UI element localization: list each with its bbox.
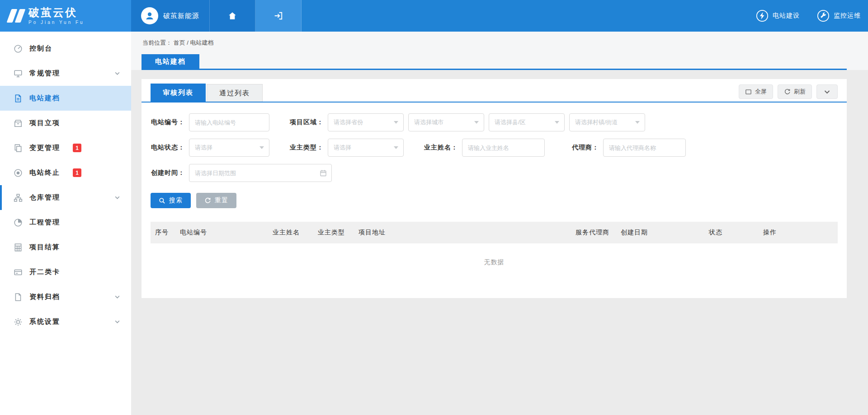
sidebar-item-second-class-card[interactable]: 开二类卡 <box>0 260 131 284</box>
sidebar: 控制台 常规管理 电站建档 项目立项 <box>0 32 131 415</box>
pie-chart-icon <box>14 218 23 227</box>
nav-monitor-ops-label: 监控运维 <box>834 12 861 20</box>
brand-subtitle: Po Jian Yun Fu <box>28 20 85 25</box>
col-header-station-no: 电站编号 <box>175 222 268 243</box>
sidebar-item-project-settlement[interactable]: 项目结算 <box>0 235 131 260</box>
copy-icon <box>14 144 23 153</box>
sidebar-item-project-initiation[interactable]: 项目立项 <box>0 111 131 135</box>
logo-icon <box>9 9 23 23</box>
owner-name-input[interactable] <box>462 139 545 157</box>
owner-type-select[interactable]: 请选择 <box>328 139 404 157</box>
sidebar-item-data-archive[interactable]: 资料归档 <box>0 284 131 309</box>
caret-down-icon <box>394 146 398 149</box>
breadcrumb-prefix: 当前位置： <box>142 39 172 46</box>
chevron-down-icon <box>114 195 120 201</box>
county-select[interactable]: 请选择县/区 <box>489 113 565 131</box>
col-header-actions: 操作 <box>759 222 838 243</box>
notification-badge: 1 <box>73 144 81 152</box>
page-tab-station-archive[interactable]: 电站建档 <box>142 54 199 69</box>
box-icon <box>14 119 23 128</box>
province-select[interactable]: 请选择省份 <box>328 113 404 131</box>
sidebar-item-station-archive[interactable]: 电站建档 <box>0 86 131 111</box>
fullscreen-button[interactable]: 全屏 <box>739 84 773 99</box>
sidebar-item-label: 工程管理 <box>29 218 60 227</box>
notification-badge: 1 <box>73 168 81 177</box>
station-no-input[interactable] <box>189 113 269 131</box>
sidebar-item-label: 电站终止 <box>29 168 60 177</box>
nav-station-build-label: 电站建设 <box>773 12 800 20</box>
app-header: 破茧云伏 Po Jian Yun Fu 破茧新能源 <box>0 0 868 32</box>
station-status-select[interactable]: 请选择 <box>189 139 269 157</box>
lightning-circle-icon <box>756 9 769 22</box>
breadcrumb: 当前位置： 首页 / 电站建档 <box>142 39 847 47</box>
sign-in-icon <box>274 11 283 20</box>
tab-passed-list[interactable]: 通过列表 <box>207 84 263 102</box>
nav-monitor-ops[interactable]: 监控运维 <box>817 9 861 22</box>
town-select[interactable]: 请选择村镇/街道 <box>569 113 645 131</box>
caret-down-icon <box>259 146 264 149</box>
sidebar-item-label: 项目立项 <box>29 119 60 127</box>
caret-down-icon <box>635 121 640 124</box>
breadcrumb-separator: / <box>187 39 189 46</box>
date-range-input[interactable] <box>189 164 332 182</box>
owner-type-placeholder: 请选择 <box>334 144 351 152</box>
file-icon <box>14 293 23 302</box>
chevron-down-icon <box>114 70 120 76</box>
agent-input[interactable] <box>603 139 686 157</box>
sign-in-button[interactable] <box>255 0 302 32</box>
wrench-circle-icon <box>817 9 830 22</box>
status-placeholder: 请选择 <box>195 144 212 152</box>
target-icon <box>14 168 23 177</box>
chevron-down-icon <box>114 319 120 325</box>
dashboard-icon <box>14 44 23 53</box>
sidebar-item-console[interactable]: 控制台 <box>0 36 131 61</box>
spacer <box>114 145 120 151</box>
owner-name-label: 业主姓名： <box>424 144 458 152</box>
chevron-down-icon <box>114 294 120 300</box>
breadcrumb-home-link[interactable]: 首页 <box>174 39 185 46</box>
reset-button[interactable]: 重置 <box>196 193 236 208</box>
search-icon <box>159 197 165 204</box>
form-button-row: 搜索 重置 <box>142 189 847 220</box>
sidebar-item-label: 电站建档 <box>29 94 60 103</box>
top-strip: 当前位置： 首页 / 电站建档 电站建档 <box>131 32 868 70</box>
refresh-button[interactable]: 刷新 <box>778 84 812 99</box>
sidebar-item-system-settings[interactable]: 系统设置 <box>0 309 131 334</box>
station-status-label: 电站状态： <box>151 144 185 152</box>
empty-state-text: 无数据 <box>151 243 838 286</box>
collapse-panel-button[interactable] <box>816 84 838 99</box>
sidebar-item-label: 开二类卡 <box>29 268 60 276</box>
refresh-icon <box>784 89 791 95</box>
county-placeholder: 请选择县/区 <box>495 118 526 126</box>
sidebar-item-warehouse-management[interactable]: 仓库管理 <box>0 185 131 210</box>
reset-icon <box>204 197 211 204</box>
created-time-label: 创建时间： <box>151 169 185 177</box>
sidebar-item-label: 仓库管理 <box>29 193 60 202</box>
breadcrumb-current-link[interactable]: 电站建档 <box>190 39 214 46</box>
town-placeholder: 请选择村镇/街道 <box>575 118 618 126</box>
sidebar-item-general-management[interactable]: 常规管理 <box>0 61 131 86</box>
tab-review-list[interactable]: 审核列表 <box>151 84 206 102</box>
monitor-icon <box>14 69 23 78</box>
province-placeholder: 请选择省份 <box>334 118 363 126</box>
col-header-owner-type: 业主类型 <box>313 222 354 243</box>
caret-down-icon <box>394 121 398 124</box>
card-icon <box>14 268 23 277</box>
station-no-label: 电站编号： <box>151 118 185 126</box>
sidebar-item-station-termination[interactable]: 电站终止 1 <box>0 160 131 185</box>
content-card: 审核列表 通过列表 全屏 <box>142 79 847 298</box>
header-spacer <box>302 0 756 32</box>
document-icon <box>14 94 23 103</box>
city-placeholder: 请选择城市 <box>414 118 443 126</box>
calculator-icon <box>14 243 23 252</box>
search-button[interactable]: 搜索 <box>151 193 191 208</box>
sidebar-item-change-management[interactable]: 变更管理 1 <box>0 135 131 160</box>
nav-station-build[interactable]: 电站建设 <box>756 9 800 22</box>
sidebar-item-label: 系统设置 <box>29 317 60 326</box>
brand-name: 破茧云伏 <box>28 7 85 18</box>
home-button[interactable] <box>210 0 255 32</box>
city-select[interactable]: 请选择城市 <box>408 113 484 131</box>
sidebar-item-engineering-management[interactable]: 工程管理 <box>0 210 131 235</box>
user-avatar-icon <box>141 7 158 24</box>
header-user-menu[interactable]: 破茧新能源 <box>131 0 210 32</box>
